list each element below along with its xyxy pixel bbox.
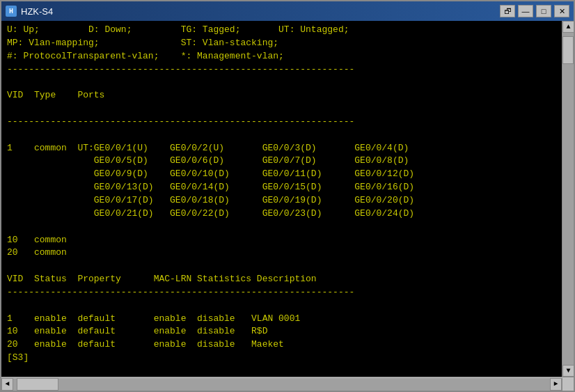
- scroll-track-v[interactable]: [562, 33, 574, 365]
- terminal-output: U: Up; D: Down; TG: Tagged; UT: Untagged…: [7, 24, 556, 365]
- window-controls: 🗗 — □ ✕: [500, 5, 569, 17]
- window-title: HZK-S4: [21, 6, 53, 17]
- scroll-down-button[interactable]: ▼: [562, 365, 574, 377]
- terminal-content[interactable]: U: Up; D: Down; TG: Tagged; UT: Untagged…: [1, 21, 562, 377]
- scroll-up-button[interactable]: ▲: [562, 21, 574, 33]
- terminal-area: U: Up; D: Down; TG: Tagged; UT: Untagged…: [1, 21, 574, 377]
- scroll-thumb-v[interactable]: [562, 36, 574, 64]
- scroll-thumb-h[interactable]: [17, 378, 58, 391]
- main-window: H HZK-S4 🗗 — □ ✕ U: Up; D: Down; TG: Tag…: [0, 0, 575, 392]
- close-button[interactable]: ✕: [554, 5, 569, 17]
- maximize-button[interactable]: □: [536, 5, 551, 17]
- scroll-right-button[interactable]: ►: [550, 378, 562, 391]
- scroll-left-button[interactable]: ◄: [1, 378, 13, 391]
- title-bar-left: H HZK-S4: [6, 6, 53, 17]
- minimize-button[interactable]: —: [518, 5, 533, 17]
- vertical-scrollbar[interactable]: ▲ ▼: [562, 21, 574, 377]
- title-bar: H HZK-S4 🗗 — □ ✕: [1, 1, 574, 21]
- restore-button[interactable]: 🗗: [500, 5, 515, 17]
- scrollbar-corner: [562, 378, 574, 391]
- bottom-scrollbar-bar: ◄ ►: [1, 377, 574, 391]
- app-icon: H: [6, 6, 17, 17]
- scroll-track-h[interactable]: [13, 378, 550, 391]
